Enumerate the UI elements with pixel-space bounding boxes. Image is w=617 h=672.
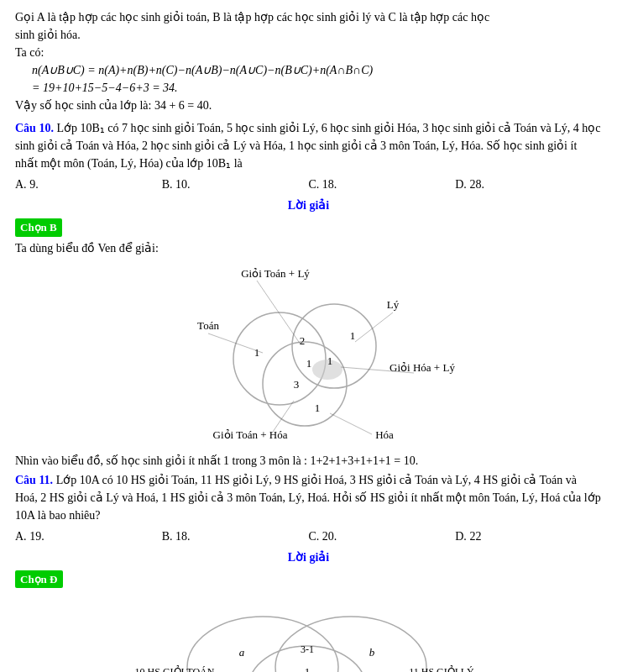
q10-chon-badge: Chọn B <box>15 216 602 239</box>
venn1-toan-hoa-label: Giỏi Toán + Hóa <box>212 428 287 441</box>
venn1-toan-ly-label: Giỏi Toán + Lý <box>241 267 310 280</box>
venn1-hoa-label: Hóa <box>375 428 394 441</box>
venn1-num-center-right: 1 <box>327 354 332 367</box>
svg-point-11 <box>275 617 426 672</box>
question-10: Câu 10. Lớp 10B₁ có 7 học sinh giỏi Toán… <box>15 119 602 257</box>
venn1-num-left: 1 <box>254 346 259 359</box>
q10-body: Lớp 10B₁ có 7 học sinh giỏi Toán, 5 học … <box>15 122 600 170</box>
q11-option-c-label: C. <box>309 530 322 543</box>
q10-loi-giai: Lời giải <box>15 197 602 214</box>
top-line3: Ta có: <box>15 44 602 61</box>
q11-text: Câu 11. Lớp 10A có 10 HS giỏi Toán, 11 H… <box>15 471 602 524</box>
svg-line-6 <box>355 312 393 342</box>
svg-point-0 <box>233 312 326 405</box>
q11-option-d-value: 22 <box>469 530 481 543</box>
svg-line-9 <box>330 413 372 434</box>
q10-option-c[interactable]: C. 18. <box>309 176 456 193</box>
venn2-31: 3-1 <box>301 643 314 655</box>
venn-svg-1: Giỏi Toán + Lý Toán Lý Giỏi Hóa + Lý 1 2… <box>133 262 485 447</box>
venn-diagram-2: 10 HS GIỎI TOÁN 11 HS GIỎI LÝ a b 3-1 1 … <box>15 596 602 672</box>
venn2-a: a <box>238 646 244 659</box>
q11-chon: Chọn Đ <box>15 570 63 589</box>
top-line1: Gọi A là tập hợp các học sinh giỏi toán,… <box>15 8 602 26</box>
q10-option-d-label: D. <box>455 178 469 191</box>
top-line2: sinh giỏi hóa. <box>15 26 602 44</box>
q10-option-c-value: 18. <box>322 178 337 191</box>
venn1-num-bottom-right: 1 <box>314 402 320 414</box>
venn1-num-top: 1 <box>349 329 355 342</box>
svg-line-4 <box>257 281 301 344</box>
q11-option-d[interactable]: D. 22 <box>455 528 602 545</box>
q10-option-b-value: 10. <box>175 178 191 191</box>
venn1-num-bottom: 3 <box>293 378 299 391</box>
q10-option-d[interactable]: D. 28. <box>455 176 602 193</box>
q10-option-d-value: 28. <box>469 178 484 191</box>
venn2-toan-label: 10 HS GIỎI TOÁN <box>134 665 214 672</box>
q10-option-a-value: 9. <box>29 178 39 191</box>
q11-option-b-value: 18. <box>175 530 191 543</box>
formula2: = 19+10+15−5−4−6+3 = 34. <box>32 79 602 97</box>
q10-text: Câu 10. Lớp 10B₁ có 7 học sinh giỏi Toán… <box>15 119 602 172</box>
q11-option-c[interactable]: C. 20. <box>309 528 456 545</box>
q11-option-c-value: 20. <box>322 530 337 543</box>
q10-chon: Chọn B <box>15 218 62 237</box>
venn-diagram-1: Giỏi Toán + Lý Toán Lý Giỏi Hóa + Lý 1 2… <box>15 262 602 447</box>
venn1-ly-label: Lý <box>386 298 399 311</box>
q10-option-b-label: B. <box>162 178 175 191</box>
venn2-ly-label: 11 HS GIỎI LÝ <box>409 665 474 672</box>
q11-body: Lớp 10A có 10 HS giỏi Toán, 11 HS giỏi L… <box>15 474 601 522</box>
venn2-b: b <box>369 646 374 659</box>
q10-solution-line: Ta dùng biểu đồ Ven để giải: <box>15 239 602 257</box>
svg-line-5 <box>208 333 263 353</box>
q10-option-b[interactable]: B. 10. <box>162 176 309 193</box>
venn1-toan-label: Toán <box>197 319 219 332</box>
venn1-num-center-left: 2 <box>299 334 305 347</box>
q11-option-b[interactable]: B. 18. <box>162 528 309 545</box>
q10-option-a-label: A. <box>15 178 29 191</box>
svg-point-2 <box>263 342 347 426</box>
venn2-1: 1 <box>304 665 310 672</box>
conclusion: Vậy số học sinh của lớp là: 34 + 6 = 40. <box>15 97 602 114</box>
q11-answers: A. 19. B. 18. C. 20. D. 22 <box>15 528 602 545</box>
formula1: n(A∪B∪C) = n(A)+n(B)+n(C)−n(A∪B)−n(A∪C)−… <box>32 61 602 79</box>
q10-label: Câu 10. <box>15 122 54 134</box>
q11-option-a-value: 19. <box>29 530 44 543</box>
q11-option-a[interactable]: A. 19. <box>15 528 162 545</box>
q11-option-b-label: B. <box>162 530 175 543</box>
q10-answers: A. 9. B. 10. C. 18. D. 28. <box>15 176 602 193</box>
question-11: Câu 11. Lớp 10A có 10 HS giỏi Toán, 11 H… <box>15 471 602 591</box>
q11-option-a-label: A. <box>15 530 29 543</box>
venn1-num-all: 1 <box>306 357 311 370</box>
q11-chon-badge: Chọn Đ <box>15 568 602 591</box>
q11-loi-giai: Lời giải <box>15 549 602 566</box>
q10-note: Nhìn vào biểu đồ, số học sinh giỏi ít nh… <box>15 452 602 470</box>
svg-point-10 <box>187 617 338 672</box>
q11-label: Câu 11. <box>15 474 53 486</box>
q10-option-c-label: C. <box>309 178 322 191</box>
q10-option-a[interactable]: A. 9. <box>15 176 162 193</box>
venn-svg-2: 10 HS GIỎI TOÁN 11 HS GIỎI LÝ a b 3-1 1 … <box>99 596 519 672</box>
q11-option-d-label: D. <box>455 530 469 543</box>
top-text-block: Gọi A là tập hợp các học sinh giỏi toán,… <box>15 8 602 114</box>
